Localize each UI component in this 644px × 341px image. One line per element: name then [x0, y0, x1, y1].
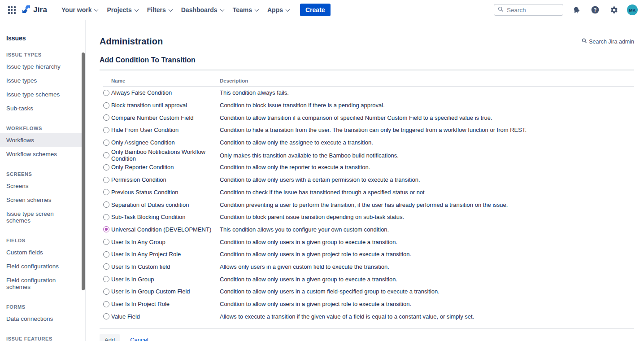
table-row[interactable]: Hide From User ConditionCondition to hid… — [103, 124, 634, 136]
condition-description: Allows to execute a transition if the gi… — [220, 313, 634, 320]
condition-radio[interactable] — [103, 251, 109, 258]
table-row[interactable]: Previous Status ConditionCondition to ch… — [103, 186, 634, 199]
table-row[interactable]: User Is In Any Project RoleCondition to … — [103, 248, 634, 261]
condition-radio[interactable] — [103, 164, 109, 170]
sidebar-item-workflows[interactable]: Workflows — [0, 133, 85, 147]
condition-radio[interactable] — [103, 289, 109, 295]
sidebar-item-issue-type-schemes[interactable]: Issue type schemes — [0, 87, 85, 101]
condition-radio[interactable] — [103, 239, 109, 245]
cancel-link[interactable]: Cancel — [130, 337, 148, 341]
sidebar-item-issue-types[interactable]: Issue types — [0, 74, 85, 87]
table-row[interactable]: User Is In Custom fieldAllows only users… — [103, 261, 634, 273]
condition-radio[interactable] — [103, 201, 109, 208]
global-search[interactable] — [494, 4, 563, 16]
table-row[interactable]: User Is In GroupCondition to allow only … — [103, 273, 634, 285]
condition-name: Previous Status Condition — [111, 189, 220, 196]
condition-radio[interactable] — [103, 90, 109, 96]
nav-menu-apps[interactable]: Apps — [263, 4, 294, 16]
condition-radio[interactable] — [103, 114, 109, 121]
jira-logo[interactable]: Jira — [22, 4, 47, 16]
chevron-down-icon — [168, 7, 173, 12]
table-row[interactable]: Block transition until approvalCondition… — [103, 99, 634, 112]
sidebar-item-custom-fields[interactable]: Custom fields — [0, 245, 85, 259]
table-row[interactable]: Permission ConditionCondition to allow o… — [103, 174, 634, 186]
condition-description: Condition to check if the issue has tran… — [220, 189, 634, 196]
search-input[interactable] — [507, 7, 556, 13]
condition-radio[interactable] — [103, 177, 109, 183]
condition-description: Condition to allow transition if a compa… — [220, 114, 634, 121]
sidebar-section-heading: ISSUE TYPES — [6, 52, 85, 57]
sidebar-item-data-connections[interactable]: Data connections — [0, 312, 85, 326]
condition-radio[interactable] — [103, 226, 109, 232]
condition-radio[interactable] — [103, 276, 109, 282]
table-row[interactable]: User Is In Any GroupCondition to allow o… — [103, 236, 634, 248]
help-icon[interactable]: ? — [589, 4, 601, 16]
sidebar-section-heading: FORMS — [6, 304, 85, 310]
sidebar-item-field-configuration-schemes[interactable]: Field configuration schemes — [0, 273, 85, 294]
condition-radio[interactable] — [103, 189, 109, 195]
chevron-down-icon — [286, 7, 290, 12]
create-button[interactable]: Create — [300, 4, 331, 16]
search-icon — [498, 6, 504, 14]
condition-radio[interactable] — [103, 263, 109, 270]
condition-radio[interactable] — [103, 313, 109, 319]
table-row[interactable]: User Is In Project RoleCondition to allo… — [103, 298, 634, 310]
sidebar-item-issue-type-screen-schemes[interactable]: Issue type screen schemes — [0, 207, 85, 227]
nav-menu-filters[interactable]: Filters — [143, 4, 177, 16]
condition-radio[interactable] — [103, 214, 109, 220]
table-row[interactable]: Only Bamboo Notifications Workflow Condi… — [103, 149, 634, 161]
condition-name: Block transition until approval — [111, 102, 220, 109]
search-icon — [582, 38, 587, 45]
sidebar-item-screens[interactable]: Screens — [0, 179, 85, 193]
table-row[interactable]: Only Assignee ConditionCondition to allo… — [103, 136, 634, 149]
nav-menu-your-work[interactable]: Your work — [57, 4, 102, 16]
condition-name: User Is In Project Role — [111, 301, 220, 307]
table-header-row: Name Description — [103, 75, 634, 87]
app-switcher-icon[interactable] — [6, 4, 17, 15]
condition-description: Allows only users in a given custom fiel… — [220, 263, 634, 270]
form-footer: Add Cancel — [100, 328, 634, 341]
sidebar-section-heading: ISSUE FEATURES — [6, 336, 85, 341]
condition-name: Separation of Duties condition — [111, 201, 220, 208]
notifications-bell-icon[interactable] — [570, 4, 582, 16]
table-row[interactable]: Only Reporter ConditionCondition to allo… — [103, 161, 634, 174]
chevron-down-icon — [220, 7, 224, 12]
condition-description: Condition to block parent issue transiti… — [220, 214, 634, 220]
nav-menu-label: Apps — [267, 6, 283, 13]
condition-description: This condition allows you to configure y… — [220, 226, 634, 233]
table-row[interactable]: Always False ConditionThis condition alw… — [103, 87, 634, 99]
conditions-table: Name Description Always False ConditionT… — [103, 75, 634, 323]
nav-menu-dashboards[interactable]: Dashboards — [177, 4, 228, 16]
nav-menu-label: Filters — [147, 6, 166, 13]
chevron-down-icon — [255, 7, 259, 12]
table-row[interactable]: User Is In Group Custom FieldCondition t… — [103, 285, 634, 298]
table-row[interactable]: Value FieldAllows to execute a transitio… — [103, 310, 634, 323]
search-jira-admin-link[interactable]: Search Jira admin — [582, 38, 634, 45]
sidebar-item-issue-type-hierarchy[interactable]: Issue type hierarchy — [0, 60, 85, 74]
add-button[interactable]: Add — [100, 334, 120, 341]
condition-radio[interactable] — [103, 102, 109, 109]
sidebar-item-screen-schemes[interactable]: Screen schemes — [0, 193, 85, 207]
user-avatar[interactable]: MK — [627, 4, 638, 15]
gear-icon[interactable] — [608, 4, 620, 16]
sidebar-item-field-configurations[interactable]: Field configurations — [0, 259, 85, 273]
page-title: Administration — [100, 36, 163, 47]
condition-radio[interactable] — [103, 127, 109, 133]
table-row[interactable]: Universal Condition (DEVELOPMENT)This co… — [103, 223, 634, 236]
sidebar-section-heading: WORKFLOWS — [6, 126, 85, 131]
sidebar-item-workflow-schemes[interactable]: Workflow schemes — [0, 147, 85, 161]
condition-radio[interactable] — [103, 301, 109, 307]
table-row[interactable]: Sub-Task Blocking ConditionCondition to … — [103, 211, 634, 223]
table-row[interactable]: Compare Number Custom FieldCondition to … — [103, 111, 634, 124]
nav-menu-projects[interactable]: Projects — [102, 4, 142, 16]
sidebar-scrollbar[interactable] — [82, 52, 85, 290]
condition-name: Sub-Task Blocking Condition — [111, 214, 220, 220]
condition-description: Condition to block issue transition if t… — [220, 102, 634, 109]
condition-radio[interactable] — [103, 152, 109, 158]
sidebar-item-sub-tasks[interactable]: Sub-tasks — [0, 101, 85, 115]
nav-menu-teams[interactable]: Teams — [228, 4, 263, 16]
condition-radio[interactable] — [103, 140, 109, 146]
column-header-description: Description — [220, 78, 634, 83]
jira-logo-text: Jira — [33, 5, 47, 14]
table-row[interactable]: Separation of Duties conditionCondition … — [103, 198, 634, 211]
